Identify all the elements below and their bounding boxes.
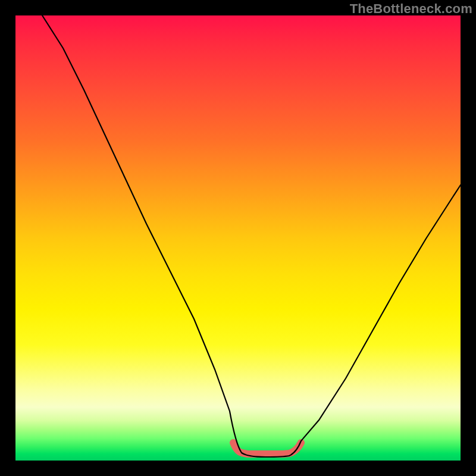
watermark-text: TheBottleneck.com [350,1,472,17]
floor-highlight [233,443,301,454]
chart-frame: TheBottleneck.com [0,0,476,476]
plot-area [15,15,461,461]
chart-svg [15,15,461,461]
v-curve-line [42,15,461,457]
